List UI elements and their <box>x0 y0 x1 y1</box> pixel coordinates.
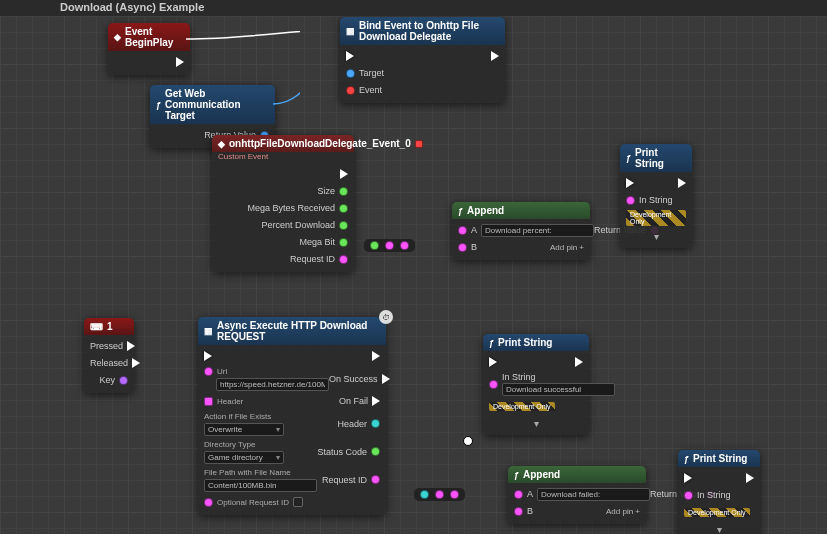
reroute-bar-2[interactable] <box>414 488 465 501</box>
node-title: Get Web Communication Target <box>165 88 269 121</box>
request-id-pin[interactable]: Request ID <box>290 254 348 264</box>
function-icon: ƒ <box>626 153 631 163</box>
exec-out-pin[interactable] <box>176 57 184 67</box>
node-print-string-3[interactable]: ƒ Print String In String Development Onl… <box>678 450 760 534</box>
node-key-input[interactable]: ⌨ 1 Pressed Released Key <box>84 318 134 393</box>
node-title: 1 <box>107 321 113 332</box>
in-string-input[interactable] <box>502 383 615 396</box>
target-pin[interactable]: Target <box>346 68 384 78</box>
in-string-pin[interactable]: In String <box>684 490 731 500</box>
node-bind-event[interactable]: ▦ Bind Event to Onhttp File Download Del… <box>340 17 505 103</box>
node-custom-event[interactable]: ◆ onhttpFileDownloadDelegate_Event_0 Cus… <box>212 135 354 272</box>
function-icon: ▦ <box>346 26 355 36</box>
node-event-beginplay[interactable]: ◆ Event BeginPlay <box>108 23 190 75</box>
expand-icon[interactable]: ▾ <box>684 522 754 534</box>
node-subtitle: Custom Event <box>212 152 354 163</box>
exec-in-pin[interactable] <box>489 357 497 367</box>
header-out-pin[interactable]: Header <box>337 419 380 429</box>
exec-out-pin[interactable] <box>372 351 380 361</box>
a-pin[interactable]: A <box>458 224 594 237</box>
node-append-1[interactable]: ƒ Append A Return Value B Add pin + <box>452 202 590 260</box>
node-title: Print String <box>635 147 686 169</box>
event-icon: ◆ <box>218 139 225 149</box>
node-header: ƒ Get Web Communication Target <box>150 85 275 124</box>
mega-bit-pin[interactable]: Mega Bit <box>299 237 348 247</box>
node-title: Async Execute HTTP Download REQUEST <box>217 320 380 342</box>
node-title: Bind Event to Onhttp File Download Deleg… <box>359 20 499 42</box>
node-print-string-2[interactable]: ƒ Print String In String Development Onl… <box>483 334 589 435</box>
reroute-magenta-icon <box>450 490 459 499</box>
node-append-2[interactable]: ƒ Append A Return Value B Add pin + <box>508 466 646 524</box>
node-header: ⌨ 1 <box>84 318 134 335</box>
opt-checkbox[interactable] <box>293 497 303 507</box>
on-fail-pin[interactable]: On Fail <box>339 396 380 406</box>
expand-icon[interactable]: ▾ <box>626 229 686 242</box>
status-code-pin[interactable]: Status Code <box>317 447 380 457</box>
url-input[interactable] <box>216 378 329 391</box>
b-pin[interactable]: B <box>514 506 533 516</box>
on-success-pin[interactable]: On Success <box>329 374 390 384</box>
function-icon: ƒ <box>458 206 463 216</box>
node-title: Append <box>467 205 504 216</box>
header-in-pin[interactable]: Header <box>204 396 243 407</box>
node-title: Print String <box>498 337 552 348</box>
exec-in-pin[interactable] <box>346 51 354 61</box>
exec-out-pin[interactable] <box>678 178 686 188</box>
add-pin-button[interactable]: Add pin + <box>606 507 640 516</box>
size-pin[interactable]: Size <box>317 186 348 196</box>
function-icon: ƒ <box>684 454 689 464</box>
reroute-magenta-icon <box>400 241 409 250</box>
exec-out-pin[interactable] <box>491 51 499 61</box>
keyboard-icon: ⌨ <box>90 322 103 332</box>
delegate-pin[interactable] <box>415 140 423 148</box>
released-pin[interactable]: Released <box>90 358 140 368</box>
pressed-pin[interactable]: Pressed <box>90 341 135 351</box>
action-dropdown[interactable]: Overwrite <box>204 423 284 436</box>
expand-icon[interactable]: ▾ <box>489 416 583 429</box>
graph-title: Download (Async) Example <box>0 0 827 16</box>
key-pin[interactable]: Key <box>99 375 128 385</box>
function-icon: ƒ <box>514 470 519 480</box>
node-header: ƒ Append <box>508 466 646 483</box>
node-print-string-1[interactable]: ƒ Print String In String Development Onl… <box>620 144 692 248</box>
async-clock-icon: ⏱ <box>379 310 393 324</box>
exec-out-pin[interactable] <box>340 169 348 179</box>
reroute-magenta-icon <box>435 490 444 499</box>
add-pin-button[interactable]: Add pin + <box>550 243 584 252</box>
exec-in-pin[interactable] <box>204 351 212 361</box>
mega-bytes-received-pin[interactable]: Mega Bytes Received <box>247 203 348 213</box>
node-title: Print String <box>693 453 747 464</box>
exec-in-pin[interactable] <box>626 178 634 188</box>
a-value-input[interactable] <box>537 488 650 501</box>
function-icon: ƒ <box>156 100 161 110</box>
event-icon: ◆ <box>114 32 121 42</box>
event-pin[interactable]: Event <box>346 85 382 95</box>
reroute-bar-1[interactable] <box>364 239 415 252</box>
node-title: Append <box>523 469 560 480</box>
in-string-pin[interactable]: In String <box>626 195 673 205</box>
node-header: ▦ Async Execute HTTP Download REQUEST <box>198 317 386 345</box>
function-icon: ƒ <box>489 338 494 348</box>
node-header: ◆ Event BeginPlay <box>108 23 190 51</box>
directory-dropdown[interactable]: Game directory <box>204 451 284 464</box>
reroute-exec[interactable] <box>463 436 473 446</box>
request-id-out-pin[interactable]: Request ID <box>322 475 380 485</box>
node-header: ◆ onhttpFileDownloadDelegate_Event_0 <box>212 135 354 152</box>
node-header: ƒ Print String <box>678 450 760 467</box>
percent-download-pin[interactable]: Percent Download <box>261 220 348 230</box>
node-header: ▦ Bind Event to Onhttp File Download Del… <box>340 17 505 45</box>
function-icon: ▦ <box>204 326 213 336</box>
reroute-cyan-icon <box>420 490 429 499</box>
b-pin[interactable]: B <box>458 242 477 252</box>
exec-out-pin[interactable] <box>575 357 583 367</box>
a-pin[interactable]: A <box>514 488 650 501</box>
in-string-pin[interactable]: In String <box>489 372 615 396</box>
exec-out-pin[interactable] <box>746 473 754 483</box>
exec-in-pin[interactable] <box>684 473 692 483</box>
path-input[interactable] <box>204 479 317 492</box>
url-pin[interactable] <box>204 367 213 376</box>
a-value-input[interactable] <box>481 224 594 237</box>
optional-request-id-pin[interactable]: Optional Request ID <box>204 497 303 508</box>
node-http-download[interactable]: ⏱ ▦ Async Execute HTTP Download REQUEST … <box>198 317 386 515</box>
node-header: ƒ Append <box>452 202 590 219</box>
